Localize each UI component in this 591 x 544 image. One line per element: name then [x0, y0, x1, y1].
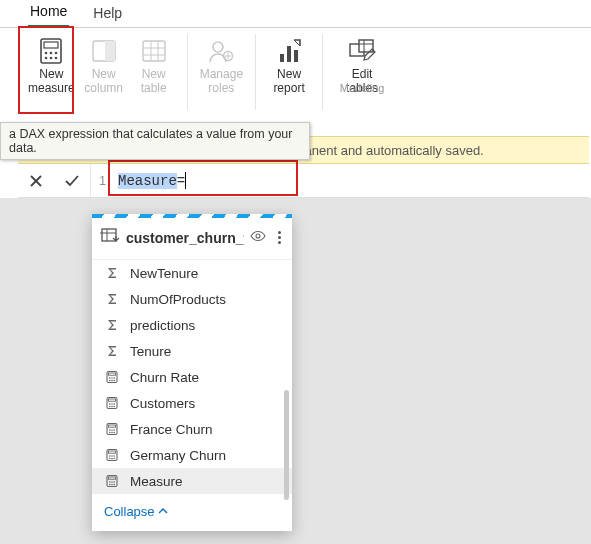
svg-point-58: [113, 432, 115, 434]
svg-point-65: [111, 458, 113, 460]
sigma-icon: [104, 291, 120, 307]
field-pane: customer_churn_test_... NewTenureNumOfPr…: [92, 214, 292, 531]
svg-point-66: [113, 458, 115, 460]
formula-input[interactable]: Measure =: [114, 164, 589, 197]
svg-point-62: [111, 455, 113, 457]
svg-point-3: [50, 52, 53, 55]
ribbon-separator: [187, 34, 188, 110]
svg-point-34: [256, 234, 260, 238]
formula-selected-text: Measure: [118, 173, 177, 189]
field-pane-scrollbar[interactable]: [284, 390, 289, 500]
svg-rect-1: [44, 42, 58, 48]
svg-point-71: [113, 481, 115, 483]
calculator-icon: [104, 421, 120, 437]
svg-rect-68: [109, 477, 116, 479]
svg-point-41: [111, 380, 113, 382]
tab-home[interactable]: Home: [28, 1, 69, 28]
svg-point-2: [45, 52, 48, 55]
svg-point-5: [45, 57, 48, 60]
field-label: NewTenure: [130, 266, 198, 281]
new-column-button[interactable]: New column: [79, 32, 129, 96]
field-label: Churn Rate: [130, 370, 199, 385]
ribbon-separator: [322, 34, 323, 110]
field-row[interactable]: NumOfProducts: [92, 286, 292, 312]
new-column-label: New column: [84, 68, 123, 96]
new-table-button[interactable]: New table: [129, 32, 179, 96]
svg-point-37: [109, 377, 111, 379]
calculator-icon: [104, 473, 120, 489]
svg-point-72: [109, 484, 111, 486]
field-row[interactable]: Germany Churn: [92, 442, 292, 468]
svg-point-63: [113, 455, 115, 457]
field-row[interactable]: NewTenure: [92, 260, 292, 286]
svg-point-57: [111, 432, 113, 434]
ribbon-group-security: Manage roles: [192, 32, 251, 96]
field-pane-title: customer_churn_test_...: [126, 230, 244, 246]
formula-cancel-button[interactable]: [18, 164, 54, 197]
field-row[interactable]: Churn Rate: [92, 364, 292, 390]
svg-point-45: [109, 403, 111, 405]
calculator-icon: [104, 369, 120, 385]
more-options-button[interactable]: [272, 231, 286, 244]
svg-point-53: [109, 429, 111, 431]
field-row[interactable]: Measure: [92, 468, 292, 494]
ribbon-group-calculations: New measure New column: [20, 32, 183, 96]
svg-point-73: [111, 484, 113, 486]
new-table-label: New table: [141, 68, 167, 96]
field-row[interactable]: predictions: [92, 312, 292, 338]
manage-roles-label: Manage roles: [200, 68, 243, 96]
field-label: France Churn: [130, 422, 213, 437]
svg-point-61: [109, 455, 111, 457]
new-report-icon: [274, 36, 304, 66]
svg-point-55: [113, 429, 115, 431]
field-label: Measure: [130, 474, 183, 489]
svg-point-46: [111, 403, 113, 405]
calculator-icon: [104, 395, 120, 411]
svg-point-4: [55, 52, 58, 55]
ribbon-group-report: New report: [260, 32, 318, 96]
formula-bar: 1 Measure =: [18, 164, 589, 198]
svg-point-70: [111, 481, 113, 483]
formula-rest-text: =: [177, 173, 185, 189]
field-label: NumOfProducts: [130, 292, 226, 307]
tooltip: a DAX expression that calculates a value…: [0, 122, 310, 160]
field-pane-header: customer_churn_test_...: [92, 218, 292, 260]
field-row[interactable]: France Churn: [92, 416, 292, 442]
svg-rect-44: [109, 399, 116, 401]
field-row[interactable]: Customers: [92, 390, 292, 416]
ribbon-group-edit: Edit tables Modeling: [327, 32, 397, 96]
new-measure-icon: [36, 36, 66, 66]
collapse-label: Collapse: [104, 504, 155, 519]
sigma-icon: [104, 343, 120, 359]
new-report-button[interactable]: New report: [264, 32, 314, 96]
field-row[interactable]: Tenure: [92, 338, 292, 364]
new-column-icon: [89, 36, 119, 66]
svg-rect-60: [109, 451, 116, 453]
svg-point-42: [113, 380, 115, 382]
field-label: Tenure: [130, 344, 171, 359]
svg-line-22: [294, 40, 300, 46]
svg-point-48: [109, 406, 111, 408]
svg-point-47: [113, 403, 115, 405]
new-report-label: New report: [273, 68, 304, 96]
manage-roles-button[interactable]: Manage roles: [196, 32, 247, 96]
collapse-link[interactable]: Collapse: [92, 494, 292, 531]
svg-rect-9: [105, 41, 115, 61]
visibility-icon[interactable]: [250, 228, 266, 247]
ribbon-group-label: Modeling: [327, 81, 397, 96]
new-measure-label: New measure: [28, 68, 75, 96]
formula-commit-button[interactable]: [54, 164, 90, 197]
svg-rect-21: [294, 50, 298, 62]
new-measure-button[interactable]: New measure: [24, 32, 79, 96]
ribbon-tabs: Home Help: [0, 0, 591, 28]
sigma-icon: [104, 265, 120, 281]
svg-point-40: [109, 380, 111, 382]
svg-point-56: [109, 432, 111, 434]
svg-point-74: [113, 484, 115, 486]
svg-point-6: [50, 57, 53, 60]
svg-point-39: [113, 377, 115, 379]
svg-rect-19: [280, 54, 284, 62]
new-table-icon: [139, 36, 169, 66]
tab-help[interactable]: Help: [91, 3, 124, 27]
formula-line-number: 1: [90, 164, 114, 197]
